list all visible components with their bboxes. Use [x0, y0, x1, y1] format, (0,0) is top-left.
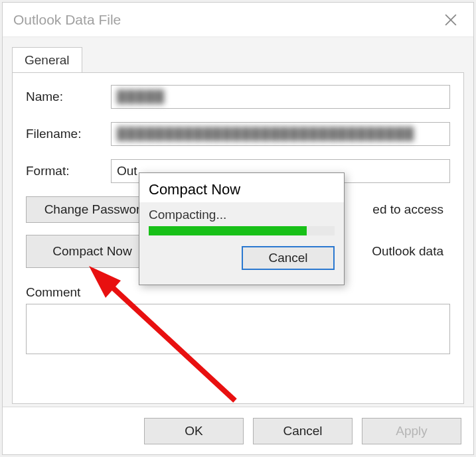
compact-now-dialog: Compact Now Compacting... Cancel: [139, 172, 345, 285]
modal-cancel-button[interactable]: Cancel: [242, 246, 335, 270]
close-icon: [445, 14, 457, 26]
dialog-footer: OK Cancel Apply: [3, 407, 473, 454]
name-label: Name:: [26, 90, 111, 104]
modal-status-text: Compacting...: [149, 208, 335, 222]
ok-button[interactable]: OK: [144, 418, 244, 444]
outlook-data-file-window: Outlook Data File General Name: █████ Fi…: [2, 2, 474, 455]
name-input[interactable]: █████: [111, 85, 450, 109]
comment-textarea[interactable]: [26, 304, 450, 354]
name-value: █████: [117, 90, 165, 104]
filename-row: Filename: ██████████████████████████████…: [26, 122, 450, 146]
format-label: Format:: [26, 164, 111, 178]
modal-footer: Cancel: [139, 243, 344, 277]
comment-block: Comment: [26, 285, 450, 354]
filename-label: Filename:: [26, 127, 111, 141]
window-title: Outlook Data File: [13, 12, 121, 28]
comment-label: Comment: [26, 285, 450, 300]
titlebar: Outlook Data File: [3, 3, 473, 37]
filename-input[interactable]: ███████████████████████████████: [111, 122, 450, 146]
progress-bar: [149, 226, 335, 235]
name-row: Name: █████: [26, 85, 450, 109]
modal-title: Compact Now: [139, 173, 344, 202]
modal-body: Compacting...: [139, 202, 344, 243]
apply-button: Apply: [362, 418, 461, 444]
cancel-button[interactable]: Cancel: [253, 418, 353, 444]
filename-value: ███████████████████████████████: [117, 127, 414, 141]
tab-general[interactable]: General: [12, 47, 82, 73]
tab-strip: General: [12, 47, 464, 73]
format-value: Out: [117, 164, 137, 178]
progress-fill: [149, 226, 307, 235]
close-button[interactable]: [437, 7, 464, 33]
